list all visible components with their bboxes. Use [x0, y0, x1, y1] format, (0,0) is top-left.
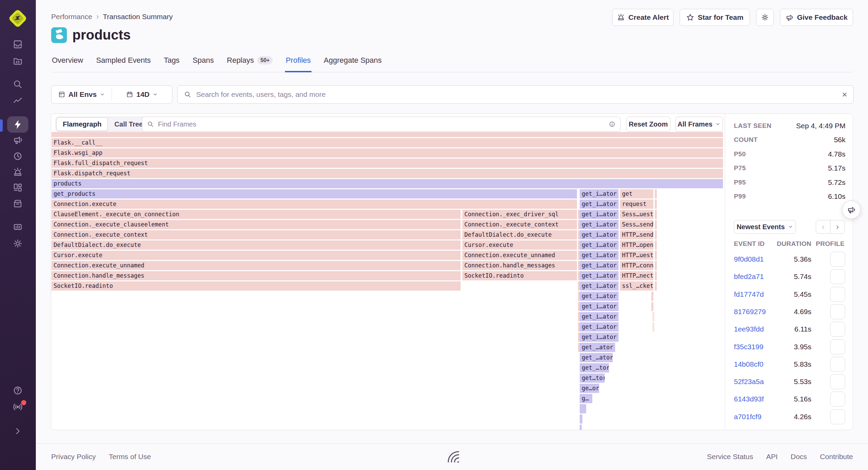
flame-frame[interactable]: Cursor.execute [52, 251, 461, 260]
footer-link-api[interactable]: API [766, 453, 778, 461]
sidebar-item-megaphone[interactable] [7, 132, 28, 148]
sidebar-item-folder-code[interactable] [7, 53, 28, 69]
open-profile-button[interactable] [830, 287, 845, 302]
open-profile-button[interactable] [830, 357, 845, 372]
flame-frame[interactable]: Connection.execute_unnamed [52, 261, 461, 270]
flame-frame[interactable]: Connection._execute_context [462, 220, 577, 229]
flame-frame[interactable]: ge…or [580, 384, 599, 393]
flame-frame[interactable] [655, 230, 657, 239]
events-sort-dropdown[interactable]: Newest Events [734, 220, 796, 234]
flame-frame[interactable]: Connection.execute [52, 200, 577, 209]
tab-tags[interactable]: Tags [163, 55, 180, 72]
event-id-link[interactable]: 14b08cf0 [734, 360, 763, 368]
breadcrumb-performance[interactable]: Performance [51, 13, 92, 21]
flame-frame[interactable]: Connection._exec_driver_sql [462, 210, 577, 219]
footer-link-docs[interactable]: Docs [791, 453, 807, 461]
flame-frame[interactable] [652, 312, 654, 321]
flame-frame[interactable] [655, 271, 657, 280]
flame-frame[interactable]: HTTP…send [620, 230, 653, 239]
create-alert-button[interactable]: Create Alert [612, 9, 674, 26]
flame-frame[interactable]: get_products [52, 189, 577, 199]
sentry-logo-icon[interactable] [8, 9, 27, 28]
open-profile-button[interactable] [830, 322, 845, 337]
flame-frame[interactable]: SocketIO.readinto [52, 281, 461, 291]
flame-frame[interactable]: get [620, 189, 653, 199]
footer-link-privacy-policy[interactable]: Privacy Policy [51, 453, 96, 461]
open-profile-button[interactable] [830, 409, 845, 424]
flame-frame[interactable]: get_i…ator [580, 322, 619, 332]
flame-frame[interactable]: Flask.wsgi_app [52, 148, 723, 158]
flame-frame[interactable]: get_i…ator [580, 302, 619, 311]
flame-frame[interactable]: g… [580, 394, 592, 403]
find-frames-input[interactable] [158, 120, 605, 128]
sidebar-item-help[interactable] [7, 382, 28, 399]
flame-frame[interactable] [655, 261, 657, 270]
sidebar-item-layout[interactable] [7, 179, 28, 196]
star-for-team-button[interactable]: Star for Team [680, 9, 750, 26]
flame-frame[interactable]: Connection._execute_context [52, 230, 461, 239]
flame-frame[interactable] [580, 404, 586, 413]
event-id-link[interactable]: 52f23a5a [734, 378, 764, 386]
flame-frame[interactable] [655, 251, 657, 260]
flame-frame[interactable] [655, 210, 657, 219]
flame-frame[interactable]: Connection._execute_clauseelement [52, 220, 461, 229]
previous-page-button[interactable]: ‹ [816, 220, 830, 234]
flame-frame[interactable]: get…tor [580, 373, 605, 383]
flame-frame[interactable]: get_i…ator [580, 240, 619, 250]
footer-link-service-status[interactable]: Service Status [707, 453, 753, 461]
flame-frame[interactable]: Connection.handle_messages [52, 271, 461, 280]
flame-frame[interactable] [651, 292, 653, 301]
flame-frame[interactable]: get_…ator [580, 353, 613, 362]
flame-frame[interactable]: get_i…ator [580, 251, 619, 260]
event-id-link[interactable]: fd17747d [734, 290, 764, 298]
sidebar-item-bar-chart[interactable] [7, 219, 28, 235]
sidebar-item-chart[interactable] [7, 92, 28, 109]
flame-frame[interactable]: products [52, 179, 723, 188]
footer-link-terms-of-use[interactable]: Terms of Use [109, 453, 151, 461]
date-range-selector[interactable]: 14D [112, 86, 172, 103]
flame-frame[interactable]: get_i…ator [580, 210, 619, 219]
tab-sampled-events[interactable]: Sampled Events [96, 55, 151, 72]
sidebar-item-broadcast[interactable] [7, 399, 28, 415]
flame-frame[interactable]: request [620, 200, 653, 209]
flame-frame[interactable]: ssl_…cket [620, 281, 653, 291]
event-id-link[interactable]: bfed2a71 [734, 273, 764, 281]
event-id-link[interactable]: 81769279 [734, 308, 766, 316]
event-id-link[interactable]: 1ee93fdd [734, 325, 764, 333]
flame-frame[interactable] [580, 425, 582, 430]
flame-frame[interactable]: Cursor.execute [462, 240, 577, 250]
open-profile-button[interactable] [830, 304, 845, 319]
flame-frame[interactable]: ClauseElement._execute_on_connection [52, 210, 461, 219]
open-profile-button[interactable] [830, 252, 845, 267]
tab-spans[interactable]: Spans [192, 55, 214, 72]
info-icon[interactable] [609, 121, 616, 128]
open-profile-button[interactable] [830, 374, 845, 389]
sidebar-item-inbox[interactable] [7, 36, 28, 53]
flame-frame[interactable]: get_i…ator [580, 220, 619, 229]
event-id-link[interactable]: 6143d93f [734, 395, 764, 403]
flame-frame[interactable] [52, 132, 723, 137]
flame-frame[interactable]: Connection.execute_unnamed [462, 251, 577, 260]
flame-frame[interactable]: get_…tor [580, 363, 609, 372]
flame-frame[interactable] [652, 322, 654, 332]
flame-frame[interactable]: DefaultDialect.do_execute [462, 230, 577, 239]
floating-feedback-button[interactable] [842, 201, 860, 219]
next-page-button[interactable]: › [830, 220, 845, 234]
flame-frame[interactable]: get_i…ator [580, 271, 619, 280]
tab-aggregate-spans[interactable]: Aggregate Spans [323, 55, 382, 72]
tab-replays[interactable]: Replays50+ [226, 55, 274, 72]
flame-frame[interactable]: DefaultDialect.do_execute [52, 240, 461, 250]
flamegraph[interactable]: Flask.__call__Flask.wsgi_appFlask.full_d… [52, 132, 725, 430]
open-profile-button[interactable] [830, 339, 845, 354]
flame-frame[interactable]: get_i…ator [580, 261, 619, 270]
clear-search-icon[interactable]: × [842, 90, 847, 99]
flame-frame[interactable] [655, 189, 657, 199]
give-feedback-button[interactable]: Give Feedback [780, 9, 853, 26]
sidebar-item-clock[interactable] [7, 148, 28, 164]
open-profile-button[interactable] [830, 392, 845, 407]
flame-frame[interactable]: HTTP…nect [620, 271, 653, 280]
all-frames-dropdown[interactable]: All Frames [675, 117, 723, 132]
flame-frame[interactable]: Flask.dispatch_request [52, 169, 723, 178]
flame-frame[interactable] [655, 281, 657, 291]
flame-frame[interactable]: SocketIO.readinto [462, 271, 577, 280]
